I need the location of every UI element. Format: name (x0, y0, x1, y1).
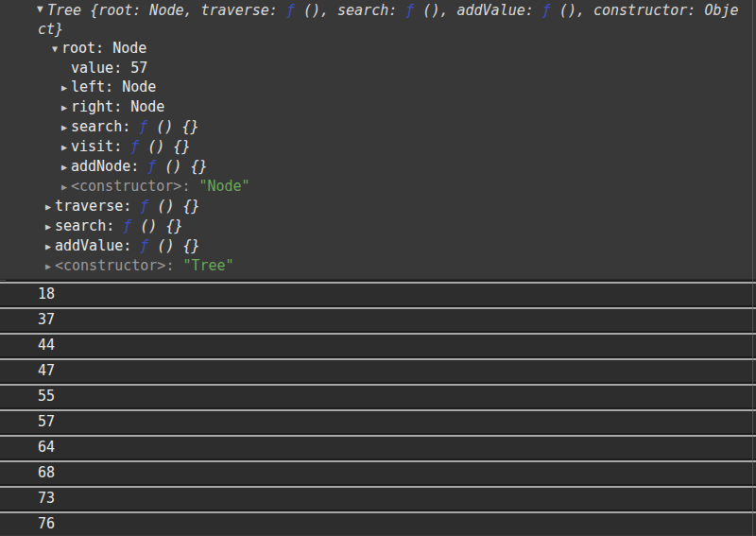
disclosure-triangle-icon[interactable]: ▶ (61, 158, 71, 177)
tree-row[interactable]: value: 57 (0, 59, 756, 78)
tree-row[interactable]: ▶search: ƒ () {} (0, 216, 756, 236)
console-log-row: 44 (0, 335, 756, 356)
console-log-list: 18374447555764687376 (0, 280, 756, 535)
tree-row[interactable]: ▶left: Node (0, 78, 756, 97)
property-value: Node (104, 40, 146, 57)
property-value: ƒ (114, 217, 131, 234)
disclosure-triangle-icon[interactable]: ▼ (52, 40, 61, 59)
log-value: 18 (38, 285, 55, 303)
console-log-row: 18 (0, 284, 756, 305)
disclosure-triangle-icon[interactable]: ▶ (61, 98, 71, 117)
property-value: "Node" (190, 178, 249, 195)
property-value: ƒ (130, 118, 147, 135)
log-value: 76 (38, 515, 55, 532)
disclosure-triangle-icon[interactable]: ▶ (61, 178, 71, 197)
property-value: () {} (131, 217, 182, 234)
property-value: "Tree" (174, 257, 233, 274)
devtools-console: ▼ Tree {root: Node, traverse: ƒ (), sear… (0, 0, 756, 536)
property-name: addNode: (71, 158, 139, 175)
property-name: <constructor>: (71, 178, 190, 195)
tree-row[interactable]: ▶addNode: ƒ () {} (0, 157, 756, 177)
tree-row[interactable]: ▶addValue: ƒ () {} (0, 236, 756, 256)
console-log-row: 68 (0, 462, 756, 484)
property-name: root: (61, 40, 104, 57)
tree-row[interactable]: ▶visit: ƒ () {} (0, 137, 756, 157)
log-value: 64 (38, 439, 55, 456)
console-log-row: 55 (0, 386, 756, 407)
property-value: ƒ (131, 237, 148, 254)
console-log-row: 47 (0, 360, 756, 382)
object-preview-text: ƒ (542, 2, 551, 19)
property-value: ƒ (122, 138, 139, 155)
property-value: ƒ (139, 158, 156, 175)
console-log-row: 73 (0, 488, 756, 510)
log-value: 57 (38, 413, 55, 430)
disclosure-triangle-icon[interactable]: ▶ (45, 257, 55, 276)
object-preview-text: ƒ (405, 2, 414, 19)
object-tree: ▼root: Nodevalue: 57▶left: Node▶right: N… (0, 39, 756, 276)
property-name: addValue: (55, 237, 131, 254)
property-name: right: (71, 98, 122, 115)
property-value: () {} (148, 237, 199, 254)
property-name: <constructor>: (55, 257, 174, 274)
object-preview-text: (), addValue: (414, 2, 541, 19)
log-value: 44 (38, 337, 55, 354)
property-value: Node (113, 78, 156, 95)
log-value: 68 (38, 464, 55, 481)
disclosure-triangle-icon[interactable]: ▶ (61, 138, 71, 157)
property-name: visit: (71, 138, 122, 155)
log-value: 55 (38, 388, 55, 405)
tree-row[interactable]: ▶<constructor>: "Tree" (0, 256, 756, 276)
log-value: 37 (38, 311, 55, 328)
property-name: search: (71, 118, 130, 135)
property-name: left: (71, 78, 113, 95)
log-value: 47 (38, 362, 55, 379)
tree-row[interactable]: ▼root: Node (0, 39, 756, 59)
object-preview-text: Tree {root: Node, traverse: (47, 2, 286, 19)
property-value: Node (122, 98, 164, 115)
disclosure-triangle-icon[interactable]: ▶ (45, 198, 55, 216)
property-value: () {} (147, 118, 198, 135)
property-value: () {} (139, 138, 190, 155)
object-preview-text: (), search: (295, 2, 405, 19)
tree-row[interactable]: ▶right: Node (0, 97, 756, 117)
object-preview-text: ƒ (286, 2, 295, 19)
tree-row[interactable]: ▶search: ƒ () {} (0, 117, 756, 137)
object-preview[interactable]: Tree {root: Node, traverse: ƒ (), search… (38, 1, 742, 39)
console-object-entry: ▼ Tree {root: Node, traverse: ƒ (), sear… (0, 0, 756, 280)
log-value: 73 (38, 490, 55, 507)
scrollbar-edge (752, 0, 753, 536)
disclosure-triangle-icon[interactable]: ▶ (45, 237, 55, 256)
console-log-row: 64 (0, 437, 756, 458)
property-value: 57 (122, 60, 147, 77)
property-name: search: (55, 217, 114, 234)
disclosure-triangle-icon[interactable]: ▶ (45, 217, 55, 236)
console-log-row: 57 (0, 411, 756, 433)
disclosure-triangle-icon[interactable]: ▶ (61, 78, 71, 97)
disclosure-triangle-icon[interactable]: ▶ (61, 118, 71, 137)
property-value: ƒ (131, 198, 148, 215)
tree-row[interactable]: ▶traverse: ƒ () {} (0, 197, 756, 216)
disclosure-triangle-icon[interactable]: ▼ (37, 3, 43, 15)
console-log-row: 76 (0, 513, 756, 535)
property-value: () {} (156, 158, 207, 175)
property-name: traverse: (55, 198, 131, 215)
tree-row[interactable]: ▶<constructor>: "Node" (0, 177, 756, 197)
property-name: value: (71, 60, 122, 77)
console-log-row: 37 (0, 309, 756, 331)
property-value: () {} (148, 198, 199, 215)
